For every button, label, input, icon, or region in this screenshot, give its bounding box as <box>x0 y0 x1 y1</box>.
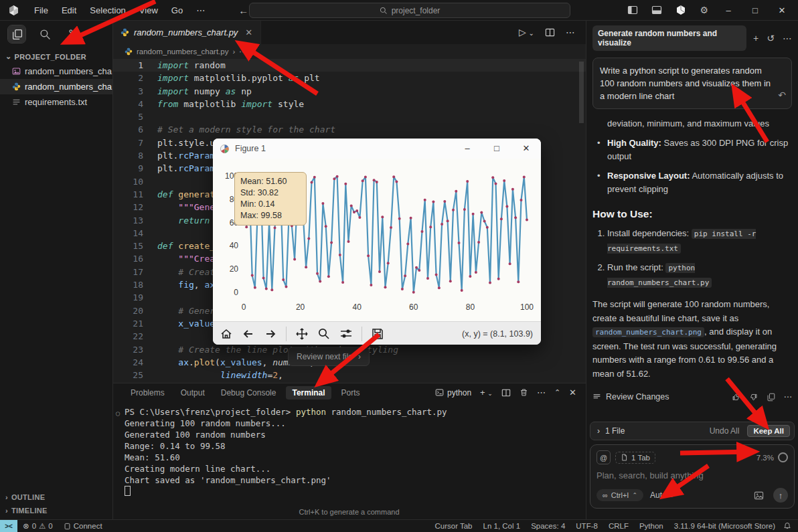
restore-checkpoint-icon[interactable]: ↶ <box>778 89 786 102</box>
thumbs-down-icon[interactable] <box>749 393 758 402</box>
figure-minimize-button[interactable]: – <box>453 139 482 159</box>
chat-title[interactable]: Generate random numbers and visualize <box>592 25 746 51</box>
chat-more-icon[interactable]: ⋯ <box>783 33 792 43</box>
run-button[interactable]: ▷ ⌄ <box>519 27 534 37</box>
menu-item-file[interactable]: File <box>29 4 54 17</box>
zoom-icon[interactable] <box>317 327 331 341</box>
chat-history-icon[interactable]: ↺ <box>767 33 775 43</box>
code-line[interactable]: 25 linewidth=2, <box>112 369 586 381</box>
close-panel-icon[interactable]: ✕ <box>569 387 576 397</box>
mention-chip[interactable]: @ <box>596 450 611 464</box>
panel-tab-ports[interactable]: Ports <box>335 386 366 400</box>
svg-text:20: 20 <box>230 264 239 274</box>
changed-files-bar[interactable]: › 1 File Undo All Keep All <box>590 422 795 440</box>
chat-input-box[interactable]: @ 1 Tab 7.3% Plan, search, build anythin… <box>590 444 795 509</box>
status-item[interactable]: CRLF <box>603 522 634 530</box>
line-number: 12 <box>112 201 157 213</box>
copy-icon[interactable] <box>767 393 775 402</box>
status-item[interactable]: Python <box>634 522 669 530</box>
panel-tab-problems[interactable]: Problems <box>125 386 171 400</box>
menu-item-more[interactable]: ⋯ <box>191 4 210 17</box>
home-icon[interactable] <box>220 327 233 341</box>
menu-item-edit[interactable]: Edit <box>56 4 82 17</box>
undo-all-button[interactable]: Undo All <box>710 426 740 436</box>
connect-status[interactable]: Connect <box>58 522 108 530</box>
split-editor-icon[interactable] <box>545 27 555 37</box>
kill-terminal-icon[interactable] <box>520 388 528 397</box>
window-minimize-button[interactable]: – <box>722 5 735 15</box>
save-icon[interactable] <box>371 327 384 341</box>
remote-indicator[interactable]: >< <box>0 520 17 532</box>
tab-context-chip[interactable]: 1 Tab <box>615 452 655 464</box>
figure-close-button[interactable]: ✕ <box>511 139 541 159</box>
source-control-icon[interactable] <box>64 25 82 43</box>
command-center-search[interactable]: project_folder <box>249 3 570 18</box>
status-item[interactable]: Cursor Tab <box>429 522 477 530</box>
figure-window[interactable]: Figure 1 – □ ✕ 020406080100020406080100 … <box>213 139 541 345</box>
subplot-settings-icon[interactable] <box>339 327 353 341</box>
notifications-bell-icon[interactable] <box>783 522 791 530</box>
tab-close-icon[interactable]: ✕ <box>245 27 252 37</box>
chat-input-placeholder[interactable]: Plan, search, build anything <box>596 470 788 480</box>
timeline-section[interactable]: › TIMELINE <box>0 504 112 517</box>
split-terminal-icon[interactable] <box>501 388 511 397</box>
new-chat-icon[interactable]: + <box>753 33 759 43</box>
file-item[interactable]: random_numbers_cha... <box>0 64 112 79</box>
explorer-icon[interactable] <box>8 25 25 43</box>
folder-header[interactable]: ⌄ PROJECT_FOLDER <box>0 50 112 64</box>
status-item[interactable]: Ln 1, Col 1 <box>478 522 526 530</box>
code-line[interactable]: 6# Set a modern style for the chart <box>112 123 586 136</box>
maximize-panel-icon[interactable]: ⌃ <box>554 388 560 397</box>
toggle-sidebar-icon[interactable] <box>627 5 638 15</box>
terminal-output[interactable]: ○ PS C:\Users\frenz\project_folder> pyth… <box>112 402 586 497</box>
attach-image-icon[interactable] <box>754 491 764 501</box>
editor-tab[interactable]: random_numbers_chart.py ✕ <box>112 20 261 44</box>
menu-item-go[interactable]: Go <box>166 4 188 17</box>
toggle-panel-icon[interactable] <box>651 5 662 15</box>
window-close-button[interactable]: ✕ <box>775 5 789 15</box>
thumbs-up-icon[interactable] <box>732 393 740 402</box>
more-actions-icon[interactable]: ⋯ <box>566 27 575 37</box>
agent-mode-chip[interactable]: ∞ Ctrl+I ⌃ <box>596 489 643 501</box>
panel-tab-terminal[interactable]: Terminal <box>286 386 331 400</box>
model-selector[interactable]: Auto ⌄ <box>650 491 674 500</box>
send-button[interactable]: ↑ <box>773 488 788 503</box>
panel-tab-debug-console[interactable]: Debug Console <box>215 386 283 400</box>
response-more-icon[interactable]: ⋯ <box>784 390 793 404</box>
panel-tab-output[interactable]: Output <box>175 386 211 400</box>
code-line[interactable]: 4from matplotlib import style <box>112 98 586 110</box>
new-terminal-icon[interactable]: + ⌄ <box>480 387 493 397</box>
code-line[interactable]: 2import matplotlib.pyplot as plt <box>112 72 586 84</box>
figure-title-bar[interactable]: Figure 1 – □ ✕ <box>213 139 541 159</box>
menu-item-selection[interactable]: Selection <box>84 4 131 17</box>
file-name: requirements.txt <box>25 97 87 107</box>
code-line[interactable]: 5 <box>112 110 586 123</box>
window-maximize-button[interactable]: □ <box>748 5 762 15</box>
file-item[interactable]: random_numbers_cha... <box>0 79 112 94</box>
review-next-file-button[interactable]: Review next file › <box>288 347 370 366</box>
status-item[interactable]: 3.11.9 64-bit (Microsoft Store) <box>669 522 781 530</box>
pan-icon[interactable] <box>295 327 309 341</box>
forward-icon[interactable] <box>264 327 277 341</box>
cursor-ai-icon[interactable] <box>675 5 686 15</box>
more-panel-actions-icon[interactable]: ⋯ <box>537 387 546 397</box>
terminal-profile[interactable]: python <box>435 388 471 397</box>
keep-all-button[interactable]: Keep All <box>747 425 790 437</box>
figure-maximize-button[interactable]: □ <box>482 139 511 159</box>
search-view-icon[interactable] <box>36 25 54 43</box>
review-changes-label[interactable]: Review Changes <box>606 390 669 404</box>
outline-section[interactable]: › OUTLINE <box>0 491 112 504</box>
code-line[interactable]: 1import random <box>112 59 586 72</box>
status-item[interactable]: Spaces: 4 <box>526 522 570 530</box>
problems-status[interactable]: ⊗0 ⚠0 <box>17 521 58 531</box>
settings-gear-icon[interactable]: ⚙ <box>700 5 708 15</box>
breadcrumb[interactable]: random_numbers_chart.py › ⋯ <box>112 44 586 59</box>
file-item[interactable]: requirements.txt <box>0 94 112 110</box>
back-icon[interactable] <box>242 327 255 341</box>
user-prompt-bubble[interactable]: Write a python script to generates rando… <box>592 58 792 109</box>
editor-scrollbar[interactable] <box>579 62 584 123</box>
status-item[interactable]: UTF-8 <box>570 522 603 530</box>
menu-item-view[interactable]: View <box>134 4 163 17</box>
code-line[interactable]: 3import numpy as np <box>112 85 586 98</box>
nav-back-icon[interactable]: ← <box>238 5 248 16</box>
